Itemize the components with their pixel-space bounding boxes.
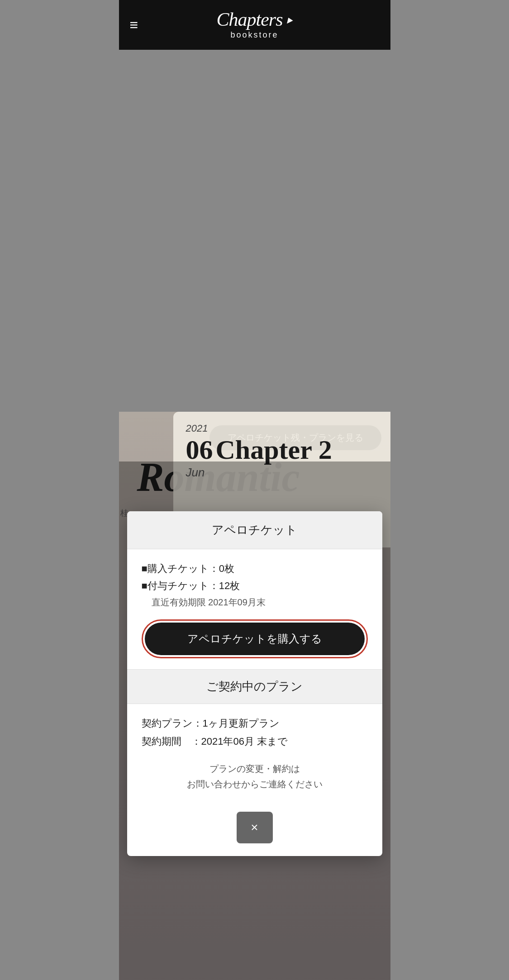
- chapter-number: 06: [186, 434, 213, 466]
- plan-notice-line2: お問い合わせからご連絡ください: [187, 779, 323, 789]
- plan-section-header: ご契約中のプラン: [127, 670, 382, 704]
- ticket-section-header: アペロチケット: [127, 511, 382, 549]
- plan-period-label: 契約期間 ：2021年06月 末まで: [142, 735, 368, 748]
- purchase-btn-wrapper: アペロチケットを購入する: [142, 619, 368, 658]
- chapter-word: Chapter 2: [216, 434, 332, 466]
- logo-main: Chapters‣: [216, 10, 292, 29]
- modal-dialog: アペロチケット ■購入チケット：0枚 ■付与チケット：12枚 直近有効期限 20…: [127, 511, 382, 856]
- close-btn-wrapper: ×: [127, 803, 382, 856]
- chapter-year: 2021: [186, 423, 390, 434]
- ticket-expiry: 直近有効期限 2021年09月末: [152, 596, 368, 609]
- ticket-section-body: ■購入チケット：0枚 ■付与チケット：12枚 直近有効期限 2021年09月末 …: [127, 549, 382, 670]
- plan-notice-line1: プランの変更・解約は: [209, 764, 300, 774]
- logo: Chapters‣ bookstore: [216, 10, 292, 40]
- logo-sub: bookstore: [216, 30, 292, 40]
- purchased-ticket-label: ■購入チケット：0枚: [142, 562, 235, 576]
- close-button[interactable]: ×: [237, 812, 273, 843]
- plan-section-title: ご契約中のプラン: [206, 680, 303, 693]
- hamburger-icon[interactable]: ≡: [130, 18, 138, 32]
- plan-notice: プランの変更・解約は お問い合わせからご連絡ください: [142, 761, 368, 792]
- purchased-ticket-line: ■購入チケット：0枚: [142, 562, 368, 576]
- background-content: アペロチケット残・プランを見る Romantic 桂 アペロチケット ■購入チケ…: [119, 412, 390, 980]
- plan-label: 契約プラン：1ヶ月更新プラン: [142, 717, 368, 730]
- granted-ticket-line: ■付与チケット：12枚: [142, 579, 368, 593]
- purchase-ticket-button[interactable]: アペロチケットを購入する: [145, 623, 365, 655]
- granted-ticket-label: ■付与チケット：12枚: [142, 579, 240, 593]
- ticket-section-title: アペロチケット: [212, 523, 297, 537]
- header: ≡ Chapters‣ bookstore: [119, 0, 390, 50]
- plan-section-body: 契約プラン：1ヶ月更新プラン 契約期間 ：2021年06月 末まで プランの変更…: [127, 704, 382, 803]
